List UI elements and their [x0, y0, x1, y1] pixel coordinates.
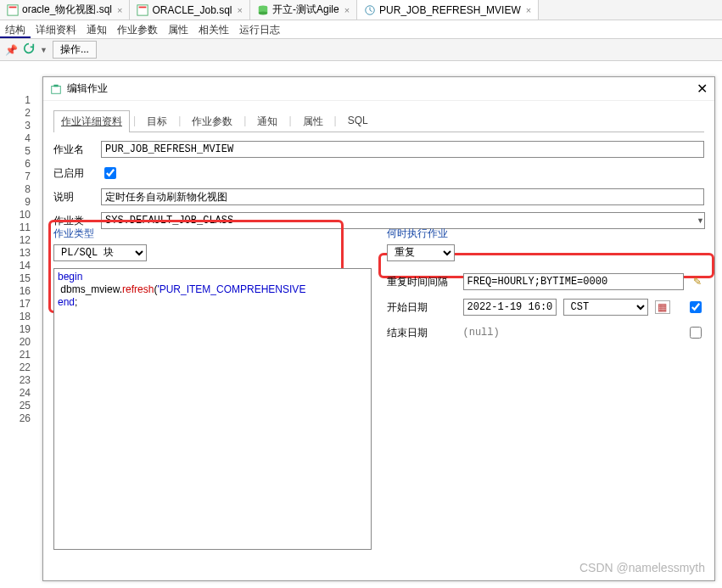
close-icon[interactable]: × — [117, 5, 122, 15]
dialog-tab-bar: 作业详细资料| 目标| 作业参数| 通知| 属性| SQL — [53, 109, 704, 132]
operations-button[interactable]: 操作... — [53, 41, 97, 59]
timezone-select[interactable]: CST — [563, 299, 648, 316]
svg-point-6 — [259, 11, 268, 14]
svg-rect-9 — [53, 84, 58, 87]
close-icon[interactable]: × — [238, 5, 243, 15]
start-date-checkbox[interactable] — [690, 301, 702, 313]
sub-tab[interactable]: 作业参数 — [112, 20, 163, 38]
job-name-label: 作业名 — [53, 143, 94, 157]
file-tab-label: PUR_JOB_REFRESH_MVIEW — [379, 4, 521, 16]
schedule-title: 何时执行作业 — [387, 227, 705, 241]
start-date-label: 开始日期 — [387, 300, 456, 315]
job-name-input[interactable] — [101, 141, 704, 158]
dialog-tab[interactable]: 作业参数 — [184, 110, 240, 132]
job-type-title: 作业类型 — [53, 227, 372, 241]
jobclass-label: 作业类 — [53, 214, 94, 228]
file-tab-bar: oracle_物化视图.sql × ORACLE_Job.sql × 开立-测试… — [0, 0, 722, 20]
close-icon[interactable]: × — [526, 5, 531, 15]
desc-input[interactable] — [101, 188, 704, 205]
job-type-select[interactable]: PL/SQL 块 — [53, 244, 147, 261]
sql-file-icon — [137, 4, 148, 16]
sql-file-icon — [7, 4, 19, 16]
line-gutter: 1234567891011121314151617181920212223242… — [0, 62, 36, 588]
sub-tab[interactable]: 详细资料 — [31, 20, 81, 38]
dialog-close-icon[interactable]: ✕ — [697, 81, 708, 97]
svg-rect-1 — [9, 6, 17, 8]
desc-label: 说明 — [53, 190, 94, 204]
dialog-titlebar: 编辑作业 ✕ — [43, 77, 714, 101]
job-icon — [364, 4, 376, 16]
enabled-label: 已启用 — [53, 166, 94, 181]
sub-tab[interactable]: 相关性 — [193, 20, 234, 38]
schedule-section: 何时执行作业 重复 重复时间间隔 ✎ 开始日期 CST ▦ — [387, 227, 705, 570]
start-date-input[interactable] — [463, 299, 557, 316]
edit-job-dialog: 编辑作业 ✕ 作业详细资料| 目标| 作业参数| 通知| 属性| SQL 作业名… — [42, 76, 715, 581]
job-icon — [50, 83, 62, 95]
file-tab[interactable]: PUR_JOB_REFRESH_MVIEW × — [357, 0, 539, 20]
pin-icon[interactable]: 📌 — [5, 44, 18, 56]
dialog-tab[interactable]: 目标 — [139, 110, 175, 132]
file-tab-label: 开立-测试Agile — [272, 3, 339, 17]
svg-rect-3 — [139, 6, 147, 8]
refresh-icon[interactable] — [23, 42, 35, 57]
enabled-checkbox[interactable] — [104, 167, 116, 179]
dialog-tab[interactable]: SQL — [340, 110, 376, 132]
dropdown-arrow-icon[interactable]: ▼ — [697, 216, 704, 225]
sub-tab[interactable]: 通知 — [81, 20, 112, 38]
dropdown-arrow-icon[interactable]: ▼ — [40, 46, 48, 54]
close-icon[interactable]: × — [344, 5, 350, 15]
svg-rect-8 — [52, 86, 61, 93]
sub-tab[interactable]: 结构 — [0, 20, 31, 38]
sub-tab[interactable]: 运行日志 — [234, 20, 285, 38]
interval-input[interactable] — [463, 273, 685, 290]
dialog-tab[interactable]: 通知 — [249, 110, 285, 132]
end-date-checkbox[interactable] — [690, 327, 702, 339]
sub-tab[interactable]: 属性 — [163, 20, 193, 38]
end-date-value: (null) — [463, 327, 500, 339]
plsql-code-editor[interactable]: begin dbms_mview.refresh('PUR_ITEM_COMPR… — [53, 268, 372, 550]
file-tab[interactable]: ORACLE_Job.sql × — [130, 0, 249, 20]
schedule-mode-select[interactable]: 重复 — [387, 244, 455, 261]
dialog-tab[interactable]: 作业详细资料 — [53, 110, 130, 132]
sub-tab-bar: 结构 详细资料 通知 作业参数 属性 相关性 运行日志 — [0, 20, 722, 39]
file-tab-label: ORACLE_Job.sql — [152, 4, 232, 16]
db-icon — [257, 4, 269, 16]
end-date-label: 结束日期 — [387, 326, 456, 340]
file-tab[interactable]: 开立-测试Agile × — [250, 0, 357, 20]
job-type-section: 作业类型 PL/SQL 块 begin dbms_mview.refresh('… — [53, 227, 372, 570]
file-tab[interactable]: oracle_物化视图.sql × — [0, 0, 130, 20]
dialog-title: 编辑作业 — [67, 81, 108, 96]
dialog-tab[interactable]: 属性 — [295, 110, 331, 132]
pencil-icon[interactable]: ✎ — [691, 275, 704, 288]
interval-label: 重复时间间隔 — [387, 275, 456, 289]
file-tab-label: oracle_物化视图.sql — [22, 3, 112, 17]
toolbar: 📌 ▼ 操作... — [0, 39, 722, 61]
calendar-icon[interactable]: ▦ — [655, 300, 670, 314]
